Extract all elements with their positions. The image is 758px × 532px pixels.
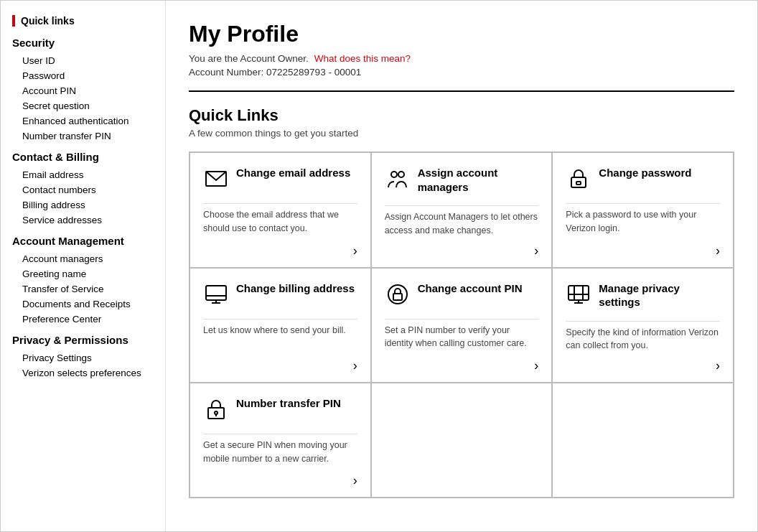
account-owner-text: You are the Account Owner. (189, 53, 309, 64)
card-number-transfer-pin-desc: Get a secure PIN when moving your mobile… (203, 434, 357, 467)
lock-icon (566, 166, 591, 192)
sidebar-section-privacy-permissions: Privacy & Permissions (12, 334, 154, 346)
card-change-email[interactable]: Change email address Choose the email ad… (190, 152, 371, 268)
card-change-billing-title: Change billing address (236, 281, 355, 296)
sidebar: Quick links Security User ID Password Ac… (1, 1, 166, 531)
card-change-pin-title: Change account PIN (418, 281, 523, 296)
svg-point-2 (398, 172, 404, 177)
sidebar-item-userid[interactable]: User ID (12, 53, 154, 68)
privacy-screen-icon (566, 281, 591, 307)
card-change-billing-arrow: › (203, 358, 357, 373)
card-assign-managers-title: Assign account managers (418, 166, 539, 194)
sidebar-quick-links-label: Quick links (21, 15, 75, 27)
sidebar-item-service-addresses[interactable]: Service addresses (12, 213, 154, 228)
main-content: My Profile You are the Account Owner. Wh… (166, 1, 757, 531)
svg-rect-4 (576, 182, 581, 185)
account-owner-link[interactable]: What does this mean? (314, 53, 411, 64)
card-manage-privacy-title: Manage privacy settings (599, 281, 720, 309)
sidebar-section-account-management: Account Management (12, 235, 154, 247)
sidebar-item-enhanced-auth[interactable]: Enhanced authentication (12, 113, 154, 129)
page-title: My Profile (189, 21, 734, 47)
lock-circle-icon (385, 281, 411, 307)
cards-grid: Change email address Choose the email ad… (189, 151, 734, 498)
sidebar-item-number-transfer-pin[interactable]: Number transfer PIN (12, 129, 154, 144)
sidebar-item-greeting-name[interactable]: Greeting name (12, 266, 154, 281)
card-change-pin-header: Change account PIN (385, 281, 539, 307)
card-change-password-header: Change password (566, 166, 720, 192)
sidebar-item-preference-center[interactable]: Preference Center (12, 312, 154, 327)
lock-square-icon (203, 396, 229, 422)
card-change-pin[interactable]: Change account PIN Set a PIN number to v… (371, 268, 553, 383)
sidebar-item-transfer-service[interactable]: Transfer of Service (12, 281, 154, 297)
card-number-transfer-pin-arrow: › (203, 473, 357, 488)
sidebar-section-contact-billing: Contact & Billing (12, 151, 154, 163)
card-change-billing-desc: Let us know where to send your bill. (203, 319, 357, 353)
sidebar-item-secret-question[interactable]: Secret question (12, 98, 154, 113)
card-assign-managers-desc: Assign Account Managers to let others ac… (385, 205, 539, 238)
card-manage-privacy[interactable]: Manage privacy settings Specify the kind… (552, 268, 734, 383)
card-change-email-arrow: › (203, 243, 357, 258)
svg-rect-5 (206, 286, 226, 300)
card-assign-managers-header: Assign account managers (385, 166, 539, 194)
card-change-email-title: Change email address (236, 166, 350, 180)
card-change-password[interactable]: Change password Pick a password to use w… (552, 152, 734, 268)
card-change-password-desc: Pick a password to use with your Verizon… (566, 203, 720, 238)
quick-links-title: Quick Links (189, 106, 734, 125)
svg-rect-17 (208, 408, 224, 419)
sidebar-item-account-pin[interactable]: Account PIN (12, 83, 154, 98)
account-number-line: Account Number: 07225289793 - 00001 (189, 67, 734, 78)
sidebar-item-contact-numbers[interactable]: Contact numbers (12, 182, 154, 197)
sidebar-item-privacy-settings[interactable]: Privacy Settings (12, 350, 154, 365)
people-icon (385, 166, 411, 192)
account-owner-line: You are the Account Owner. What does thi… (189, 53, 734, 64)
card-change-billing[interactable]: Change billing address Let us know where… (190, 268, 371, 383)
sidebar-section-security: Security (12, 37, 154, 49)
envelope-icon (203, 166, 229, 192)
monitor-icon (203, 281, 229, 307)
svg-rect-11 (568, 286, 589, 300)
empty-cell-row3-col2 (371, 383, 553, 498)
sidebar-item-email-address[interactable]: Email address (12, 167, 154, 182)
sidebar-item-billing-address[interactable]: Billing address (12, 197, 154, 213)
sidebar-item-verizon-selects[interactable]: Verizon selects preferences (12, 365, 154, 381)
card-manage-privacy-header: Manage privacy settings (566, 281, 720, 309)
svg-point-18 (215, 411, 217, 414)
sidebar-item-account-managers[interactable]: Account managers (12, 251, 154, 266)
quick-links-subtitle: A few common things to get you started (189, 128, 734, 139)
card-number-transfer-pin[interactable]: Number transfer PIN Get a secure PIN whe… (190, 383, 371, 498)
svg-rect-10 (393, 294, 402, 300)
card-manage-privacy-desc: Specify the kind of information Verizon … (566, 321, 720, 353)
card-assign-managers[interactable]: Assign account managers Assign Account M… (371, 152, 553, 268)
card-assign-managers-arrow: › (385, 243, 539, 258)
card-change-email-desc: Choose the email address that we should … (203, 203, 357, 238)
card-change-billing-header: Change billing address (203, 281, 357, 307)
red-bar-icon (12, 15, 15, 27)
card-number-transfer-pin-title: Number transfer PIN (236, 396, 341, 411)
sidebar-item-password[interactable]: Password (12, 68, 154, 83)
card-change-pin-arrow: › (385, 358, 539, 373)
card-change-email-header: Change email address (203, 166, 357, 192)
card-change-pin-desc: Set a PIN number to verify your identity… (385, 319, 539, 353)
card-change-password-arrow: › (566, 243, 720, 258)
section-divider (189, 90, 734, 92)
sidebar-quick-links-header: Quick links (12, 15, 154, 27)
card-change-password-title: Change password (599, 166, 691, 180)
card-number-transfer-pin-header: Number transfer PIN (203, 396, 357, 422)
card-manage-privacy-arrow: › (566, 358, 720, 373)
empty-cell-row3-col3 (552, 383, 734, 498)
sidebar-item-documents-receipts[interactable]: Documents and Receipts (12, 297, 154, 312)
svg-point-1 (391, 172, 397, 177)
